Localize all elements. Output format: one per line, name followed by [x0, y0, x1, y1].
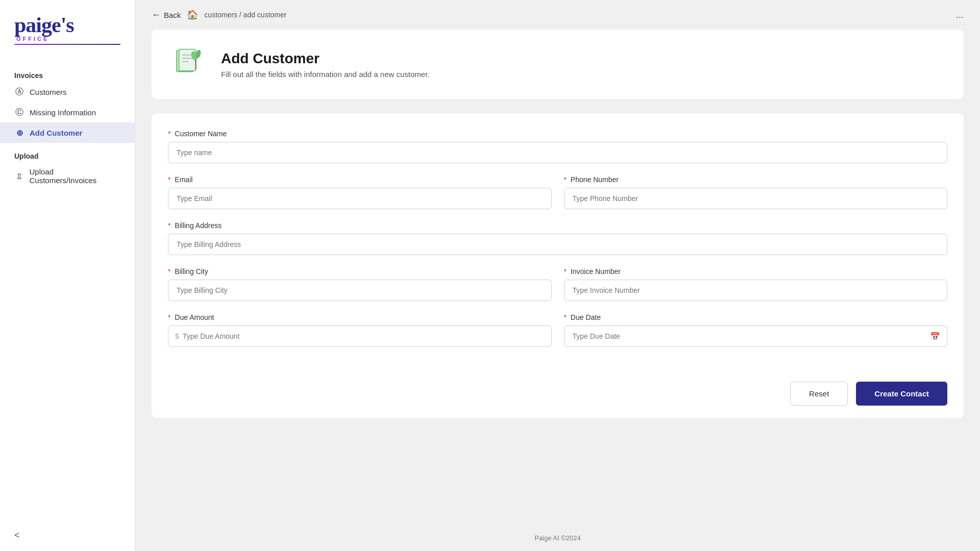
calendar-icon: 📅 [930, 332, 940, 341]
due-amount-label: * Due Amount [168, 313, 552, 321]
breadcrumb: customers / add customer [204, 11, 286, 19]
customer-name-group: * Customer Name [168, 130, 947, 163]
page-content: Add Customer Fill out all the fields wit… [135, 30, 980, 525]
sidebar-item-customers-label: Customers [30, 88, 67, 96]
email-label: * Email [168, 176, 552, 184]
circle-dollar-icon: Ⓐ [14, 87, 24, 97]
page-title: Add Customer [221, 51, 430, 67]
sidebar-collapse-button[interactable]: < [0, 520, 135, 551]
dollar-prefix: $ [175, 332, 179, 340]
upload-icon: ⇫ [14, 171, 24, 181]
due-date-group: * Due Date 📅 [564, 313, 948, 359]
create-contact-button[interactable]: Create Contact [856, 382, 947, 406]
customer-name-label: * Customer Name [168, 130, 947, 138]
page-subtitle: Fill out all the fields with information… [221, 70, 430, 79]
email-phone-row: * Email * Phone Number [168, 176, 947, 221]
billing-city-label: * Billing City [168, 267, 552, 276]
footer: Paige AI ©2024 [135, 525, 980, 551]
invoice-number-input[interactable] [564, 280, 948, 301]
billing-address-group: * Billing Address [168, 221, 947, 255]
email-group: * Email [168, 176, 552, 221]
home-icon[interactable]: 🏠 [187, 9, 198, 20]
logo-underline [14, 44, 120, 45]
phone-group: * Phone Number [564, 176, 948, 221]
back-button[interactable]: ← Back [152, 10, 181, 20]
sidebar-item-upload[interactable]: ⇫ Upload Customers/Invoices [0, 162, 135, 190]
reset-button[interactable]: Reset [790, 382, 848, 406]
invoice-number-label: * Invoice Number [564, 267, 948, 276]
clock-circle-icon: Ⓒ [14, 107, 24, 117]
form-actions: Reset Create Contact [168, 373, 947, 406]
customer-name-input[interactable] [168, 142, 947, 163]
main-content: ← Back 🏠 customers / add customer ... [135, 0, 980, 551]
section-upload-label: Upload [0, 143, 135, 162]
plus-circle-icon: ⊕ [14, 128, 24, 138]
phone-label: * Phone Number [564, 176, 948, 184]
email-input[interactable] [168, 188, 552, 209]
sidebar: paige's OFFICE Invoices Ⓐ Customers Ⓒ Mi… [0, 0, 135, 551]
back-arrow-icon: ← [152, 10, 161, 20]
city-invoice-row: * Billing City * Invoice Number [168, 267, 947, 313]
sidebar-item-upload-label: Upload Customers/Invoices [29, 167, 120, 185]
due-date-label: * Due Date [564, 313, 948, 321]
back-label: Back [164, 11, 181, 19]
due-amount-input[interactable] [168, 325, 552, 347]
logo: paige's OFFICE [0, 0, 135, 57]
due-date-input[interactable] [564, 325, 948, 347]
illustration [168, 44, 209, 85]
due-amount-group: * Due Amount $ [168, 313, 552, 359]
billing-city-input[interactable] [168, 280, 552, 301]
topbar-ellipsis[interactable]: ... [956, 10, 964, 20]
amount-date-row: * Due Amount $ * Due Date [168, 313, 947, 359]
due-date-input-wrapper: 📅 [564, 325, 948, 347]
sidebar-item-add-customer[interactable]: ⊕ Add Customer [0, 122, 135, 143]
sidebar-item-add-label: Add Customer [30, 129, 82, 137]
section-invoices-label: Invoices [0, 67, 135, 82]
billing-address-input[interactable] [168, 234, 947, 255]
topbar: ← Back 🏠 customers / add customer ... [135, 0, 980, 30]
sidebar-item-missing-information[interactable]: Ⓒ Missing Information [0, 102, 135, 122]
due-amount-input-wrapper: $ [168, 325, 552, 347]
invoice-number-group: * Invoice Number [564, 267, 948, 313]
header-card: Add Customer Fill out all the fields wit… [152, 30, 964, 99]
add-customer-form: * Customer Name * Email [152, 113, 964, 418]
billing-address-label: * Billing Address [168, 221, 947, 230]
footer-text: Paige AI ©2024 [534, 534, 581, 542]
sidebar-item-customers[interactable]: Ⓐ Customers [0, 82, 135, 102]
sidebar-nav: Invoices Ⓐ Customers Ⓒ Missing Informati… [0, 57, 135, 520]
logo-text: paige's [14, 14, 74, 36]
sidebar-item-missing-label: Missing Information [30, 108, 96, 117]
phone-input[interactable] [564, 188, 948, 209]
header-card-text: Add Customer Fill out all the fields wit… [221, 51, 430, 79]
billing-city-group: * Billing City [168, 267, 552, 313]
